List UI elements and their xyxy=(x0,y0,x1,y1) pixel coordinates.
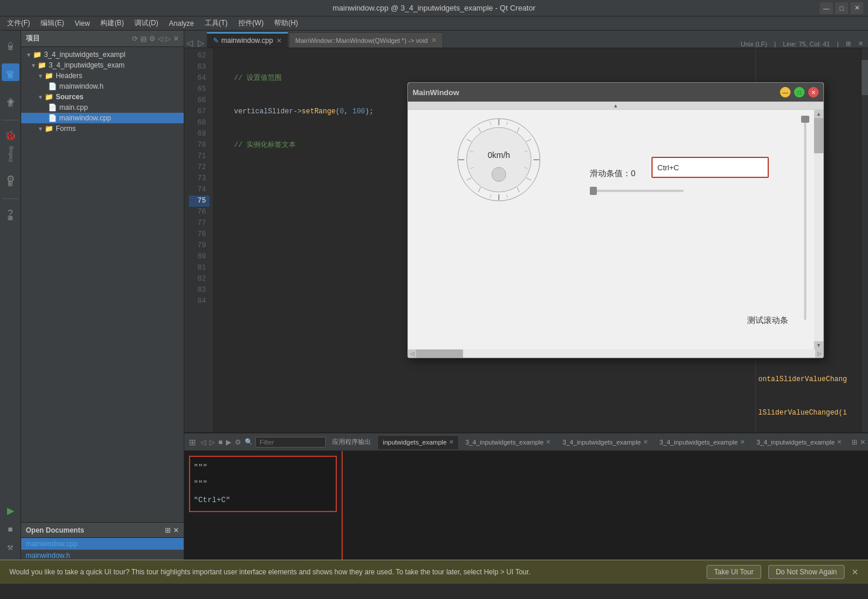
modal-h-scrollbar[interactable]: ◁ ▷ xyxy=(408,349,823,358)
bottom-tab-close-3[interactable]: ✕ xyxy=(740,439,745,445)
bottom-tab-controls[interactable]: ⊞ ✕ xyxy=(852,438,866,446)
modal-top-scrollbar[interactable]: ▲ xyxy=(408,102,823,110)
menu-help[interactable]: 帮助(H) xyxy=(269,17,303,29)
modal-minimize[interactable]: — xyxy=(780,87,791,97)
bottom-tab-2[interactable]: 3_4_inputwidgets_example ✕ xyxy=(460,435,556,449)
tree-item-root[interactable]: ▼ 📁 3_4_inputwidgets_exampl xyxy=(21,49,184,60)
output-settings-icon[interactable]: ⚙ xyxy=(234,438,242,446)
help-icon[interactable]: ? xyxy=(2,205,19,223)
welcome-icon[interactable]: ⌂ xyxy=(2,35,19,53)
tab-close-mainwindow[interactable]: ✕ xyxy=(276,37,282,45)
sync-icon[interactable]: ⟳ xyxy=(132,35,138,43)
bottom-tab-close-1[interactable]: ✕ xyxy=(546,439,550,445)
minimize-button[interactable]: — xyxy=(820,2,833,14)
modal-hscroll-thumb[interactable] xyxy=(416,349,463,358)
key-sequence-input[interactable] xyxy=(651,157,769,178)
menu-debug[interactable]: 调试(D) xyxy=(130,17,163,29)
tab-nav-next[interactable]: ▷ xyxy=(195,38,207,48)
close-panel-icon[interactable]: ✕ xyxy=(173,35,179,43)
tree-item-mainwindow-h[interactable]: 📄 mainwindow.h xyxy=(21,81,184,92)
tree-item-main-cpp[interactable]: 📄 main.cpp xyxy=(21,102,184,113)
output-stop-icon[interactable]: ■ xyxy=(217,438,224,446)
output-run-icon[interactable]: ▶ xyxy=(225,438,232,446)
menu-view[interactable]: View xyxy=(70,18,94,29)
sidebar-item-welcome[interactable]: ⌂ 欢迎 xyxy=(2,33,19,60)
output-main[interactable] xyxy=(343,451,868,561)
tree-item-mainwindow-cpp[interactable]: 📄 mainwindow.cpp xyxy=(21,113,184,123)
bottom-tab-1[interactable]: inputwidgets_example ✕ xyxy=(377,435,459,449)
close-doc-icon[interactable]: ✕ xyxy=(173,526,179,534)
stop-button[interactable]: ■ xyxy=(2,520,19,538)
tree-item-forms[interactable]: ▼ 📁 Forms xyxy=(21,123,184,134)
slider-thumb[interactable] xyxy=(590,187,597,195)
maximize-button[interactable]: □ xyxy=(835,2,848,14)
bottom-expand-icon[interactable]: ⊞ xyxy=(852,438,857,446)
bottom-tab-close-4[interactable]: ✕ xyxy=(837,439,842,445)
output-nav-next[interactable]: ▷ xyxy=(208,438,216,446)
nav-next-icon[interactable]: ▷ xyxy=(166,35,171,43)
menu-tools[interactable]: 工具(T) xyxy=(200,17,232,29)
expand-icon[interactable]: ⊞ xyxy=(846,40,851,48)
menu-edit[interactable]: 编辑(E) xyxy=(36,17,69,29)
modal-maximize[interactable]: □ xyxy=(794,87,805,97)
vertical-slider-thumb[interactable] xyxy=(801,116,809,123)
sidebar-item-design[interactable]: ◈ 设计 xyxy=(2,89,19,116)
horizontal-slider[interactable] xyxy=(590,190,684,192)
bottom-tab-close-0[interactable]: ✕ xyxy=(449,439,454,445)
edit-icon[interactable]: ✏ xyxy=(2,63,19,81)
modal-scroll-track[interactable] xyxy=(814,118,823,341)
bottom-tab-0[interactable]: 应用程序输出 xyxy=(327,435,376,449)
bottom-tab-4[interactable]: 3_4_inputwidgets_example ✕ xyxy=(654,435,750,449)
modal-scroll-thumb[interactable] xyxy=(814,118,823,153)
tab-function-path[interactable]: MainWindow::MainWindow(QWidget *) -> voi… xyxy=(289,32,443,48)
modal-hscroll-left[interactable]: ◁ xyxy=(408,349,416,358)
menu-file[interactable]: 文件(F) xyxy=(2,17,35,29)
output-clear-icon[interactable]: ⊞ xyxy=(187,438,198,447)
bottom-tab-5[interactable]: 3_4_inputwidgets_example ✕ xyxy=(751,435,847,449)
tab-nav-prev[interactable]: ◁ xyxy=(184,38,195,48)
do-not-show-again-button[interactable]: Do Not Show Again xyxy=(768,565,845,579)
tree-item-sources[interactable]: ▼ 📁 Sources xyxy=(21,92,184,102)
open-docs-controls[interactable]: ⊞ ✕ xyxy=(165,526,179,534)
tour-close-button[interactable]: ✕ xyxy=(852,567,859,577)
window-controls[interactable]: — □ ✕ xyxy=(820,2,863,14)
settings-icon[interactable]: ⚙ xyxy=(149,35,156,43)
tab-close-func[interactable]: ✕ xyxy=(431,36,437,44)
tree-item-root2[interactable]: ▼ 📁 3_4_inputwidgets_exam xyxy=(21,60,184,70)
modal-scroll-down[interactable]: ▼ xyxy=(814,341,823,349)
output-filter-input[interactable] xyxy=(255,437,326,447)
run-button[interactable]: ▶ xyxy=(2,502,19,519)
modal-close[interactable]: ✕ xyxy=(808,87,819,97)
modal-hscroll-track[interactable] xyxy=(416,349,815,358)
bottom-tab-3[interactable]: 3_4_inputwidgets_example ✕ xyxy=(557,435,653,449)
modal-v-scrollbar[interactable]: ▲ ▼ xyxy=(814,110,823,349)
build-button[interactable]: ⚒ xyxy=(2,539,19,557)
design-icon[interactable]: ◈ xyxy=(2,92,19,109)
sidebar-item-debug[interactable]: 🐞 Debug xyxy=(2,124,19,167)
output-nav-prev[interactable]: ◁ xyxy=(200,438,207,446)
doc-item-mainwindow-cpp[interactable]: mainwindow.cpp xyxy=(21,538,184,550)
tab-mainwindow-cpp[interactable]: ✎ mainwindow.cpp ✕ xyxy=(207,32,288,48)
project-panel-icons[interactable]: ⟳ ▤ ⚙ ◁ ▷ ✕ xyxy=(132,35,179,43)
modal-controls[interactable]: — □ ✕ xyxy=(780,87,819,97)
speed-dial[interactable]: 0km/h xyxy=(455,116,543,204)
close-button[interactable]: ✕ xyxy=(850,2,863,14)
minimap-scrollbar[interactable] xyxy=(861,48,868,432)
take-ui-tour-button[interactable]: Take UI Tour xyxy=(707,565,761,579)
menu-analyze[interactable]: Analyze xyxy=(164,18,199,29)
collapse-icon[interactable]: ✕ xyxy=(858,40,863,48)
menu-widgets[interactable]: 控件(W) xyxy=(234,17,268,29)
filter-icon[interactable]: ▤ xyxy=(140,35,147,43)
sidebar-item-edit[interactable]: ✏ 编辑 xyxy=(2,61,19,88)
nav-prev-icon[interactable]: ◁ xyxy=(158,35,163,43)
debug-icon[interactable]: 🐞 xyxy=(2,126,19,144)
modal-scroll-up[interactable]: ▲ xyxy=(814,110,823,118)
bottom-tab-close-2[interactable]: ✕ xyxy=(643,439,648,445)
add-doc-icon[interactable]: ⊞ xyxy=(165,526,171,534)
menu-build[interactable]: 构建(B) xyxy=(96,17,129,29)
sidebar-item-help[interactable]: ? 帮助 xyxy=(2,203,19,230)
vertical-slider[interactable] xyxy=(801,116,809,320)
tree-item-headers[interactable]: ▼ 📁 Headers xyxy=(21,70,184,81)
sidebar-item-project[interactable]: ⚙ 项目 xyxy=(2,168,19,195)
modal-hscroll-right[interactable]: ▷ xyxy=(815,349,823,358)
